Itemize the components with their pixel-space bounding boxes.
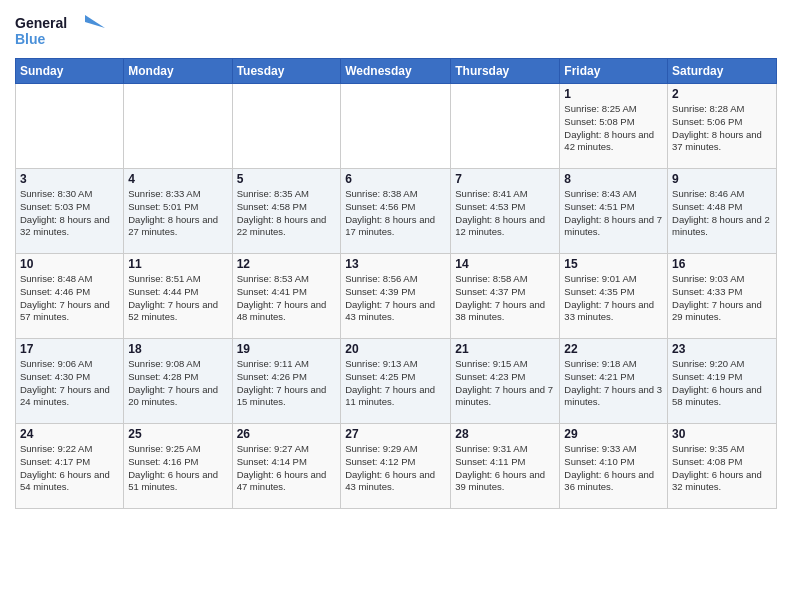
svg-text:General: General xyxy=(15,15,67,31)
day-number: 26 xyxy=(237,427,337,441)
calendar-cell: 3Sunrise: 8:30 AM Sunset: 5:03 PM Daylig… xyxy=(16,169,124,254)
calendar-week-row: 10Sunrise: 8:48 AM Sunset: 4:46 PM Dayli… xyxy=(16,254,777,339)
calendar-cell: 7Sunrise: 8:41 AM Sunset: 4:53 PM Daylig… xyxy=(451,169,560,254)
calendar-day-header: Monday xyxy=(124,59,232,84)
day-number: 13 xyxy=(345,257,446,271)
day-number: 11 xyxy=(128,257,227,271)
calendar-cell: 20Sunrise: 9:13 AM Sunset: 4:25 PM Dayli… xyxy=(341,339,451,424)
day-number: 4 xyxy=(128,172,227,186)
day-info: Sunrise: 8:48 AM Sunset: 4:46 PM Dayligh… xyxy=(20,273,119,324)
calendar-day-header: Saturday xyxy=(668,59,777,84)
day-info: Sunrise: 9:33 AM Sunset: 4:10 PM Dayligh… xyxy=(564,443,663,494)
calendar-cell xyxy=(124,84,232,169)
day-number: 8 xyxy=(564,172,663,186)
day-info: Sunrise: 9:18 AM Sunset: 4:21 PM Dayligh… xyxy=(564,358,663,409)
calendar-cell: 6Sunrise: 8:38 AM Sunset: 4:56 PM Daylig… xyxy=(341,169,451,254)
day-info: Sunrise: 9:03 AM Sunset: 4:33 PM Dayligh… xyxy=(672,273,772,324)
day-info: Sunrise: 9:15 AM Sunset: 4:23 PM Dayligh… xyxy=(455,358,555,409)
day-number: 6 xyxy=(345,172,446,186)
calendar-cell: 11Sunrise: 8:51 AM Sunset: 4:44 PM Dayli… xyxy=(124,254,232,339)
calendar-cell: 12Sunrise: 8:53 AM Sunset: 4:41 PM Dayli… xyxy=(232,254,341,339)
calendar-cell: 18Sunrise: 9:08 AM Sunset: 4:28 PM Dayli… xyxy=(124,339,232,424)
calendar-cell: 27Sunrise: 9:29 AM Sunset: 4:12 PM Dayli… xyxy=(341,424,451,509)
day-number: 1 xyxy=(564,87,663,101)
calendar-week-row: 17Sunrise: 9:06 AM Sunset: 4:30 PM Dayli… xyxy=(16,339,777,424)
day-number: 21 xyxy=(455,342,555,356)
calendar-cell: 1Sunrise: 8:25 AM Sunset: 5:08 PM Daylig… xyxy=(560,84,668,169)
day-info: Sunrise: 8:41 AM Sunset: 4:53 PM Dayligh… xyxy=(455,188,555,239)
calendar-cell: 21Sunrise: 9:15 AM Sunset: 4:23 PM Dayli… xyxy=(451,339,560,424)
calendar-cell: 29Sunrise: 9:33 AM Sunset: 4:10 PM Dayli… xyxy=(560,424,668,509)
calendar-header-row: SundayMondayTuesdayWednesdayThursdayFrid… xyxy=(16,59,777,84)
day-info: Sunrise: 8:33 AM Sunset: 5:01 PM Dayligh… xyxy=(128,188,227,239)
svg-marker-2 xyxy=(85,15,105,28)
day-number: 30 xyxy=(672,427,772,441)
calendar-cell: 19Sunrise: 9:11 AM Sunset: 4:26 PM Dayli… xyxy=(232,339,341,424)
day-number: 15 xyxy=(564,257,663,271)
calendar-cell: 8Sunrise: 8:43 AM Sunset: 4:51 PM Daylig… xyxy=(560,169,668,254)
day-info: Sunrise: 9:27 AM Sunset: 4:14 PM Dayligh… xyxy=(237,443,337,494)
calendar-cell: 23Sunrise: 9:20 AM Sunset: 4:19 PM Dayli… xyxy=(668,339,777,424)
day-number: 2 xyxy=(672,87,772,101)
calendar-cell: 13Sunrise: 8:56 AM Sunset: 4:39 PM Dayli… xyxy=(341,254,451,339)
calendar-header: SundayMondayTuesdayWednesdayThursdayFrid… xyxy=(16,59,777,84)
day-info: Sunrise: 9:31 AM Sunset: 4:11 PM Dayligh… xyxy=(455,443,555,494)
day-info: Sunrise: 8:43 AM Sunset: 4:51 PM Dayligh… xyxy=(564,188,663,239)
day-number: 10 xyxy=(20,257,119,271)
calendar-day-header: Friday xyxy=(560,59,668,84)
day-info: Sunrise: 9:06 AM Sunset: 4:30 PM Dayligh… xyxy=(20,358,119,409)
day-number: 20 xyxy=(345,342,446,356)
day-number: 14 xyxy=(455,257,555,271)
calendar-day-header: Wednesday xyxy=(341,59,451,84)
day-number: 24 xyxy=(20,427,119,441)
calendar-cell: 25Sunrise: 9:25 AM Sunset: 4:16 PM Dayli… xyxy=(124,424,232,509)
logo-icon: GeneralBlue xyxy=(15,10,110,50)
calendar-day-header: Sunday xyxy=(16,59,124,84)
day-info: Sunrise: 9:08 AM Sunset: 4:28 PM Dayligh… xyxy=(128,358,227,409)
day-number: 28 xyxy=(455,427,555,441)
calendar-cell xyxy=(451,84,560,169)
day-number: 5 xyxy=(237,172,337,186)
calendar-cell: 16Sunrise: 9:03 AM Sunset: 4:33 PM Dayli… xyxy=(668,254,777,339)
calendar-week-row: 1Sunrise: 8:25 AM Sunset: 5:08 PM Daylig… xyxy=(16,84,777,169)
day-info: Sunrise: 8:58 AM Sunset: 4:37 PM Dayligh… xyxy=(455,273,555,324)
day-number: 23 xyxy=(672,342,772,356)
day-info: Sunrise: 9:29 AM Sunset: 4:12 PM Dayligh… xyxy=(345,443,446,494)
day-info: Sunrise: 8:38 AM Sunset: 4:56 PM Dayligh… xyxy=(345,188,446,239)
calendar-cell: 2Sunrise: 8:28 AM Sunset: 5:06 PM Daylig… xyxy=(668,84,777,169)
calendar-cell: 17Sunrise: 9:06 AM Sunset: 4:30 PM Dayli… xyxy=(16,339,124,424)
day-number: 9 xyxy=(672,172,772,186)
logo: GeneralBlue xyxy=(15,10,110,50)
day-number: 27 xyxy=(345,427,446,441)
day-info: Sunrise: 9:25 AM Sunset: 4:16 PM Dayligh… xyxy=(128,443,227,494)
calendar-cell: 10Sunrise: 8:48 AM Sunset: 4:46 PM Dayli… xyxy=(16,254,124,339)
calendar-cell xyxy=(341,84,451,169)
calendar-day-header: Tuesday xyxy=(232,59,341,84)
calendar-cell xyxy=(16,84,124,169)
day-number: 18 xyxy=(128,342,227,356)
day-info: Sunrise: 8:28 AM Sunset: 5:06 PM Dayligh… xyxy=(672,103,772,154)
calendar-cell: 26Sunrise: 9:27 AM Sunset: 4:14 PM Dayli… xyxy=(232,424,341,509)
calendar-cell: 5Sunrise: 8:35 AM Sunset: 4:58 PM Daylig… xyxy=(232,169,341,254)
calendar-cell: 24Sunrise: 9:22 AM Sunset: 4:17 PM Dayli… xyxy=(16,424,124,509)
svg-text:Blue: Blue xyxy=(15,31,46,47)
day-info: Sunrise: 8:46 AM Sunset: 4:48 PM Dayligh… xyxy=(672,188,772,239)
day-number: 16 xyxy=(672,257,772,271)
day-number: 19 xyxy=(237,342,337,356)
calendar-body: 1Sunrise: 8:25 AM Sunset: 5:08 PM Daylig… xyxy=(16,84,777,509)
calendar-cell: 28Sunrise: 9:31 AM Sunset: 4:11 PM Dayli… xyxy=(451,424,560,509)
day-info: Sunrise: 9:22 AM Sunset: 4:17 PM Dayligh… xyxy=(20,443,119,494)
day-number: 17 xyxy=(20,342,119,356)
day-info: Sunrise: 9:13 AM Sunset: 4:25 PM Dayligh… xyxy=(345,358,446,409)
calendar-cell: 4Sunrise: 8:33 AM Sunset: 5:01 PM Daylig… xyxy=(124,169,232,254)
calendar-cell: 9Sunrise: 8:46 AM Sunset: 4:48 PM Daylig… xyxy=(668,169,777,254)
calendar-cell: 15Sunrise: 9:01 AM Sunset: 4:35 PM Dayli… xyxy=(560,254,668,339)
day-number: 3 xyxy=(20,172,119,186)
day-info: Sunrise: 8:25 AM Sunset: 5:08 PM Dayligh… xyxy=(564,103,663,154)
day-info: Sunrise: 9:11 AM Sunset: 4:26 PM Dayligh… xyxy=(237,358,337,409)
day-number: 25 xyxy=(128,427,227,441)
day-info: Sunrise: 8:30 AM Sunset: 5:03 PM Dayligh… xyxy=(20,188,119,239)
calendar-cell: 22Sunrise: 9:18 AM Sunset: 4:21 PM Dayli… xyxy=(560,339,668,424)
day-info: Sunrise: 8:51 AM Sunset: 4:44 PM Dayligh… xyxy=(128,273,227,324)
calendar-week-row: 3Sunrise: 8:30 AM Sunset: 5:03 PM Daylig… xyxy=(16,169,777,254)
